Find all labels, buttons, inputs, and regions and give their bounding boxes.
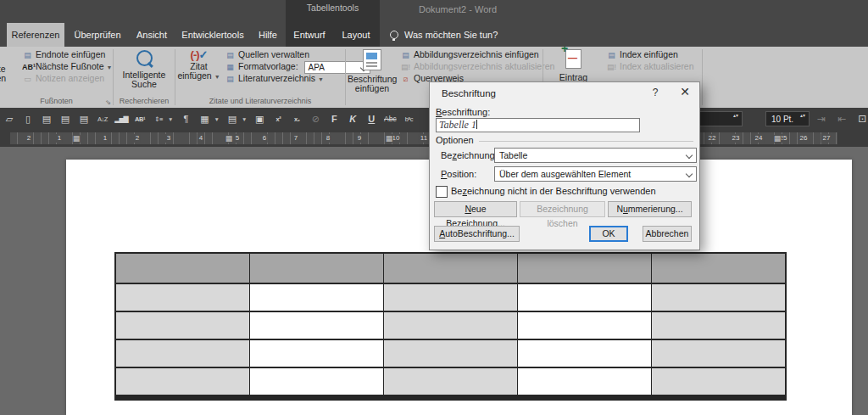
document-icon[interactable]: ▯: [22, 111, 34, 126]
insert-footnote-button[interactable]: AB1 Fußnote einfügen: [0, 48, 15, 83]
table-cell[interactable]: [652, 312, 785, 339]
increase-indent-icon[interactable]: ⇥: [817, 113, 826, 125]
neue-bezeichnung-button[interactable]: Neue Bezeichnung...: [434, 201, 517, 217]
ruler-number: 23: [731, 134, 742, 143]
group-label-fussnoten: Fußnoten: [0, 97, 113, 105]
notizen-anzeigen-button[interactable]: ▭Notizen anzeigen: [22, 73, 104, 84]
open-folder-icon[interactable]: ▱: [3, 111, 15, 126]
tell-me-label: Was möchten Sie tun?: [404, 30, 498, 40]
nummerierung-button[interactable]: Nummerierung...: [608, 201, 692, 217]
table-cell[interactable]: [518, 368, 651, 395]
table-cell[interactable]: [652, 340, 785, 367]
table-cell[interactable]: [384, 340, 517, 367]
abbildungsverzeichnis-aktualisieren-button[interactable]: ▤!Abbildungsverzeichnis aktualisieren: [400, 61, 554, 72]
strikethrough-icon[interactable]: Abc: [384, 111, 396, 126]
help-icon[interactable]: ?: [648, 87, 662, 98]
table-cell[interactable]: [384, 312, 517, 339]
table-cell[interactable]: [652, 284, 785, 311]
window-icon[interactable]: ⊡: [858, 113, 866, 125]
ok-button[interactable]: OK: [589, 226, 628, 242]
bar-chart-icon[interactable]: ▂▅▇: [115, 111, 127, 126]
table-cell[interactable]: [384, 284, 517, 311]
zitat-einfuegen-button[interactable]: (-)✓ Zitat einfügen▼: [175, 48, 222, 81]
change-case-icon[interactable]: bᵃc: [403, 111, 415, 126]
underline-icon[interactable]: U: [365, 111, 377, 126]
bold-icon[interactable]: F: [328, 111, 340, 126]
position-dropdown[interactable]: Über dem ausgewählten Element: [494, 166, 697, 182]
table-cell[interactable]: [384, 368, 517, 395]
table-cell[interactable]: [518, 312, 651, 339]
exclude-label-checkbox[interactable]: [436, 186, 448, 198]
table-header-cell[interactable]: [384, 254, 517, 283]
naechste-fussnote-button[interactable]: AB¹Nächste Fußnote▼: [22, 61, 112, 72]
table-icon[interactable]: ▦: [198, 111, 210, 126]
table-cell[interactable]: [518, 284, 651, 311]
index-einfuegen-button[interactable]: ▤Index einfügen: [606, 49, 678, 60]
pilcrow-icon[interactable]: ¶: [180, 111, 192, 126]
tab-layout[interactable]: Layout: [337, 23, 375, 47]
beschriftung-einfuegen-button[interactable]: Beschriftungeinfügen: [348, 48, 397, 93]
tab-ansicht[interactable]: Ansicht: [131, 23, 172, 47]
page-icon[interactable]: ▤: [226, 111, 238, 126]
bezeichnung-dropdown[interactable]: Tabelle: [494, 148, 697, 163]
close-icon[interactable]: ✕: [677, 85, 693, 98]
intelligente-suche-button[interactable]: IntelligenteSuche: [114, 48, 175, 89]
table-cell[interactable]: [116, 340, 249, 367]
bezeichnung-label: Bezeichnung:: [441, 150, 498, 160]
caption-icon: [363, 49, 381, 70]
table-header-cell[interactable]: [116, 254, 249, 283]
dialog-launcher-icon[interactable]: ⇘: [105, 98, 111, 106]
section-icon-2[interactable]: ▤: [59, 111, 71, 126]
bezeichnung-loeschen-button[interactable]: Bezeichnung löschen: [520, 201, 605, 217]
tab-ueberpruefen[interactable]: Überprüfen: [71, 23, 124, 47]
stepper-arrows-icon[interactable]: ▴▾: [800, 112, 805, 119]
line-spacing-icon[interactable]: ⇕≡: [153, 111, 164, 126]
autobeschriftung-button[interactable]: AutoBeschriftung...: [434, 226, 520, 242]
table-cell[interactable]: [250, 284, 383, 311]
broken-link-icon[interactable]: ⊘: [309, 111, 321, 126]
tab-entwicklertools[interactable]: Entwicklertools: [179, 23, 247, 47]
table-header-cell[interactable]: [250, 254, 383, 283]
table-column-marker-icon[interactable]: ▦: [73, 135, 81, 143]
chevron-down-icon: ▼: [107, 64, 113, 70]
caption-field-label: Beschriftung:: [436, 107, 490, 117]
footnote-icon[interactable]: AB¹: [134, 111, 146, 126]
subscript-icon[interactable]: x₂: [291, 111, 303, 126]
citation-icon: (-)✓: [175, 50, 222, 59]
table-cell[interactable]: [116, 284, 249, 311]
endnote-einfuegen-button[interactable]: ▤Endnote einfügen: [22, 49, 105, 60]
section-icon-3[interactable]: ▤: [78, 111, 90, 126]
tab-hilfe[interactable]: Hilfe: [253, 23, 283, 47]
superscript-icon[interactable]: x²: [272, 111, 284, 126]
literaturverzeichnis-button[interactable]: ▤Literaturverzeichnis▼: [225, 73, 324, 84]
table-column-marker-icon[interactable]: ▦: [225, 135, 233, 143]
table-cell[interactable]: [250, 340, 383, 367]
tab-entwurf[interactable]: Entwurf: [290, 23, 329, 47]
table-cell[interactable]: [116, 312, 249, 339]
table-cell[interactable]: [250, 368, 383, 395]
table-header-cell[interactable]: [652, 254, 785, 283]
table-cell[interactable]: [652, 368, 785, 395]
decrease-indent-icon[interactable]: ⇤: [837, 113, 846, 125]
quellen-verwalten-button[interactable]: ▤Quellen verwalten: [225, 49, 309, 60]
table-column-marker-icon[interactable]: ▦: [774, 135, 782, 143]
italic-icon[interactable]: K: [347, 111, 359, 126]
cancel-button[interactable]: Abbrechen: [643, 226, 692, 242]
table-column-marker-icon[interactable]: ▦: [386, 135, 393, 143]
stepper-arrows-icon[interactable]: ▴▾: [733, 112, 738, 119]
frame-icon[interactable]: ▣: [253, 111, 265, 126]
spacing-after-stepper[interactable]: 10 Pt. ▴▾: [765, 111, 810, 126]
table-cell[interactable]: [250, 312, 383, 339]
ruler-number: 27: [821, 134, 832, 143]
section-icon-1[interactable]: ▤: [41, 111, 53, 126]
ruler-band[interactable]: 211234567891011222324252627▦▦▦▦: [10, 132, 837, 144]
tab-referenzen[interactable]: Referenzen: [7, 23, 64, 47]
table-header-cell[interactable]: [518, 254, 651, 283]
caption-input[interactable]: Tabelle 1: [436, 118, 640, 132]
index-aktualisieren-button[interactable]: ▤!Index aktualisieren: [606, 61, 694, 72]
table-cell[interactable]: [116, 368, 249, 395]
tell-me-box[interactable]: Was möchten Sie tun?: [390, 23, 498, 47]
sort-az-icon[interactable]: A↓Z: [97, 111, 108, 126]
abbildungsverzeichnis-einfuegen-button[interactable]: ▤Abbildungsverzeichnis einfügen: [400, 49, 539, 60]
table-cell[interactable]: [518, 340, 651, 367]
